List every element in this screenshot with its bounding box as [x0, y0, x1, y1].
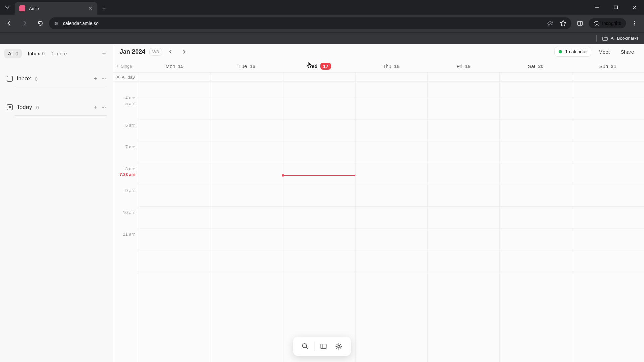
window-close-button[interactable]: [625, 0, 644, 15]
day-column[interactable]: [355, 82, 427, 362]
list-today-more-icon[interactable]: ···: [102, 104, 106, 110]
tab-search-dropdown[interactable]: [0, 0, 15, 15]
allday-slot[interactable]: [499, 73, 572, 81]
day-column[interactable]: [499, 82, 572, 362]
time-slot[interactable]: [211, 250, 283, 272]
list-inbox-add-icon[interactable]: +: [94, 76, 97, 82]
meet-button[interactable]: Meet: [595, 47, 613, 57]
time-slot[interactable]: [572, 185, 644, 207]
nav-reload-button[interactable]: [34, 17, 47, 30]
sidebar-toggle-button[interactable]: [317, 340, 330, 353]
day-header[interactable]: Mon15: [139, 63, 211, 70]
time-slot[interactable]: [139, 229, 211, 250]
time-slot[interactable]: [356, 185, 427, 207]
eye-off-icon[interactable]: [547, 20, 554, 27]
day-header[interactable]: Fri19: [427, 63, 499, 70]
list-inbox[interactable]: Inbox 0 + ···: [4, 72, 109, 85]
time-slot[interactable]: [283, 82, 355, 98]
time-slot[interactable]: [283, 98, 355, 120]
close-tab-icon[interactable]: ✕: [88, 5, 93, 11]
time-slot[interactable]: [139, 141, 211, 163]
time-slot[interactable]: [283, 185, 355, 207]
time-slot[interactable]: [428, 98, 499, 120]
time-slot[interactable]: [500, 229, 572, 250]
allday-slot[interactable]: [211, 73, 283, 81]
time-slot[interactable]: [428, 207, 499, 229]
time-slot[interactable]: [500, 120, 572, 141]
sidepanel-icon[interactable]: [573, 17, 587, 30]
time-slot[interactable]: [211, 163, 283, 185]
allday-label-cell[interactable]: All day: [113, 75, 139, 80]
week-badge[interactable]: W3: [149, 48, 162, 56]
time-slot[interactable]: [139, 185, 211, 207]
time-slot[interactable]: [572, 229, 644, 250]
search-button[interactable]: [299, 340, 312, 353]
time-slot[interactable]: [283, 120, 355, 141]
all-bookmarks-button[interactable]: All Bookmarks: [602, 35, 639, 41]
allday-slot[interactable]: [572, 73, 644, 81]
window-maximize-button[interactable]: [606, 0, 625, 15]
add-list-button[interactable]: +: [99, 48, 109, 59]
list-today-add-icon[interactable]: +: [94, 104, 97, 110]
share-button[interactable]: Share: [617, 47, 637, 57]
time-slot[interactable]: [356, 207, 427, 229]
time-slot[interactable]: [283, 141, 355, 163]
time-slot[interactable]: [428, 250, 499, 272]
time-slot[interactable]: [500, 185, 572, 207]
time-slot[interactable]: [356, 98, 427, 120]
day-header[interactable]: Sat20: [499, 63, 572, 70]
time-slot[interactable]: [572, 120, 644, 141]
calendar-picker[interactable]: 1 calendar: [554, 47, 591, 57]
settings-button[interactable]: [333, 340, 345, 353]
time-slot[interactable]: [572, 163, 644, 185]
day-column[interactable]: [139, 82, 211, 362]
time-slot[interactable]: [211, 141, 283, 163]
day-header[interactable]: Sun21: [572, 63, 644, 70]
time-slot[interactable]: [356, 141, 427, 163]
day-column[interactable]: [283, 82, 355, 362]
time-slot[interactable]: [500, 207, 572, 229]
time-slot[interactable]: [356, 82, 427, 98]
allday-slot[interactable]: [355, 73, 427, 81]
nav-back-button[interactable]: [3, 17, 16, 30]
time-slot[interactable]: [572, 98, 644, 120]
next-week-button[interactable]: [179, 47, 189, 56]
time-slot[interactable]: [139, 98, 211, 120]
day-column[interactable]: [427, 82, 499, 362]
incognito-badge[interactable]: Incognito: [589, 18, 626, 28]
time-slot[interactable]: [500, 82, 572, 98]
filter-inbox[interactable]: Inbox 0: [23, 49, 49, 58]
nav-forward-button[interactable]: [18, 17, 32, 30]
browser-tab[interactable]: Amie ✕: [15, 2, 97, 15]
time-slot[interactable]: [283, 250, 355, 272]
time-slot[interactable]: [139, 207, 211, 229]
time-slot[interactable]: [572, 207, 644, 229]
time-slot[interactable]: [356, 120, 427, 141]
time-slot[interactable]: [428, 82, 499, 98]
day-header[interactable]: Wed17: [283, 63, 355, 70]
filter-more[interactable]: 1 more: [51, 51, 67, 56]
time-slot[interactable]: [283, 229, 355, 250]
time-slot[interactable]: [211, 120, 283, 141]
prev-week-button[interactable]: [166, 47, 175, 56]
new-tab-button[interactable]: +: [97, 2, 111, 15]
bookmark-star-icon[interactable]: [560, 20, 567, 27]
list-inbox-more-icon[interactable]: ···: [102, 76, 106, 82]
filter-all[interactable]: All 0: [4, 49, 22, 58]
time-slot[interactable]: [283, 163, 355, 185]
allday-slot[interactable]: [139, 73, 211, 81]
day-header[interactable]: Tue16: [211, 63, 283, 70]
time-slot[interactable]: [356, 229, 427, 250]
time-slot[interactable]: [211, 98, 283, 120]
time-slot[interactable]: [428, 185, 499, 207]
time-slot[interactable]: [572, 250, 644, 272]
time-slot[interactable]: [428, 163, 499, 185]
add-timezone-icon[interactable]: +: [116, 64, 119, 69]
time-slot[interactable]: [356, 250, 427, 272]
time-slot[interactable]: [211, 82, 283, 98]
time-slot[interactable]: [428, 120, 499, 141]
collapse-allday-icon[interactable]: [116, 75, 120, 79]
time-slot[interactable]: [572, 141, 644, 163]
time-slot[interactable]: [572, 82, 644, 98]
allday-slot[interactable]: [283, 73, 355, 81]
